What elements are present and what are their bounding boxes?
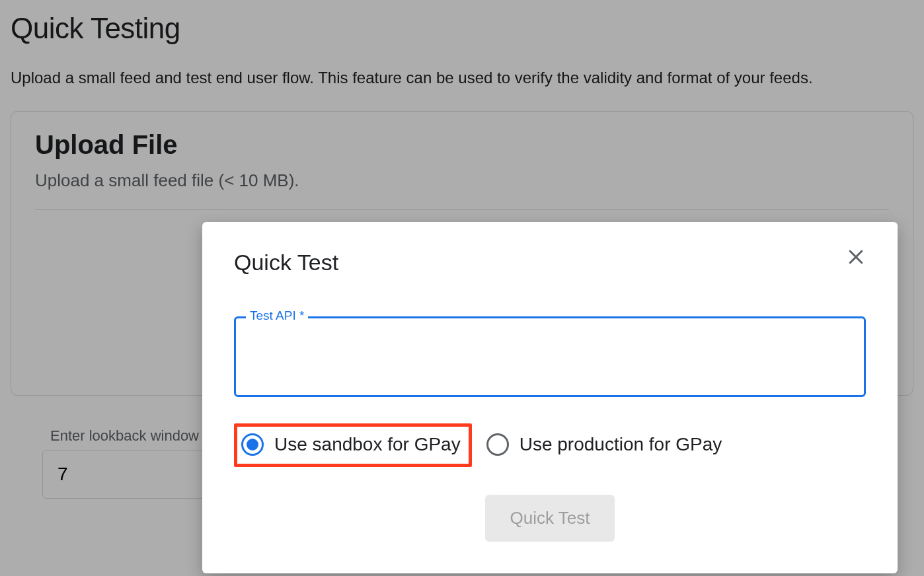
radio-dot-icon bbox=[247, 439, 258, 450]
modal-title: Quick Test bbox=[234, 250, 338, 275]
modal-footer: Quick Test bbox=[234, 495, 866, 542]
radio-production-gpay[interactable]: Use production for GPay bbox=[482, 427, 730, 464]
quick-test-modal: Quick Test Test API * Use sandbox for GP… bbox=[202, 222, 898, 573]
close-button[interactable] bbox=[846, 247, 866, 269]
radio-icon bbox=[486, 433, 509, 456]
radio-icon bbox=[241, 433, 264, 456]
radio-production-label: Use production for GPay bbox=[520, 434, 722, 455]
modal-header: Quick Test bbox=[234, 250, 866, 275]
gpay-radio-group: Use sandbox for GPay Use production for … bbox=[234, 423, 866, 467]
radio-sandbox-gpay[interactable]: Use sandbox for GPay bbox=[234, 423, 472, 467]
close-icon bbox=[846, 247, 866, 267]
test-api-input[interactable] bbox=[234, 316, 866, 397]
test-api-label: Test API * bbox=[246, 308, 308, 323]
radio-sandbox-label: Use sandbox for GPay bbox=[274, 434, 461, 455]
quick-test-button[interactable]: Quick Test bbox=[485, 495, 615, 542]
test-api-field-wrap: Test API * bbox=[234, 316, 866, 397]
